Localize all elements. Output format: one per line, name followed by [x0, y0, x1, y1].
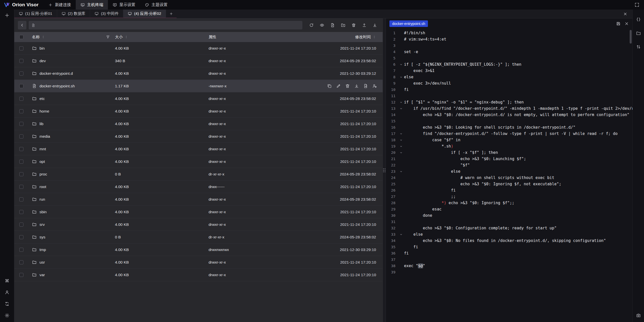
fold-toggle-icon[interactable] [398, 150, 404, 156]
delete-button[interactable] [345, 84, 350, 88]
fold-spacer [398, 93, 404, 99]
folder-plus-button[interactable] [339, 21, 347, 29]
file-row[interactable]: home4.00 KBdrwxr-xr-x2021-11-24 17:20:10 [14, 105, 383, 118]
code-editor[interactable]: 1#!/bin/sh2# vim:sw=4:ts=4:et34set -e56i… [386, 29, 632, 322]
fold-toggle-icon[interactable] [398, 231, 404, 238]
command-icon[interactable] [5, 278, 10, 283]
editor-scrollbar[interactable] [630, 30, 632, 320]
row-checkbox[interactable] [19, 273, 23, 277]
row-checkbox[interactable] [19, 172, 23, 176]
sync-icon[interactable] [5, 301, 10, 306]
row-check-cell [14, 210, 28, 214]
row-checkbox[interactable] [19, 223, 23, 227]
row-checkbox[interactable] [19, 185, 23, 189]
scrollbar-thumb[interactable] [630, 30, 632, 44]
file-row[interactable]: bin4.00 KBdrwxr-xr-x2021-11-24 17:20:10 [14, 42, 383, 55]
row-checkbox[interactable] [19, 235, 23, 239]
braces-icon[interactable] [636, 17, 641, 22]
file-row[interactable]: docker-entrypoint.d4.00 KBdrwxr-xr-x2021… [14, 67, 383, 80]
terminal-tab-4[interactable]: (4) 应用-分析02 [123, 10, 166, 18]
nav-item-4[interactable]: 主题设置 [140, 0, 172, 10]
download-button[interactable] [354, 84, 359, 88]
fullscreen-icon[interactable] [634, 2, 639, 7]
panel-splitter[interactable] [383, 18, 386, 322]
row-checkbox[interactable] [19, 122, 23, 126]
camera-icon[interactable] [636, 313, 641, 318]
file-row[interactable]: tmp4.00 KBdrwxrwxrwx2021-12-30 03:29:10 [14, 243, 383, 256]
file-row[interactable]: docker-entrypoint.sh1.17 KB-rwxrwxr-x [14, 80, 383, 92]
row-checkbox[interactable] [19, 134, 23, 138]
file-row[interactable]: opt4.00 KBdrwxr-xr-x2021-11-24 17:20:10 [14, 155, 383, 168]
file-row[interactable]: media4.00 KBdrwxr-xr-x2021-11-24 17:20:1… [14, 130, 383, 143]
column-header-name[interactable]: 名称 [28, 34, 114, 40]
column-header-mtime[interactable]: 修改时间 [323, 34, 383, 40]
select-all-checkbox[interactable] [19, 35, 23, 39]
row-check-cell [14, 134, 28, 138]
eye-button[interactable] [318, 21, 326, 29]
fold-toggle-icon[interactable] [398, 74, 404, 80]
swap-icon[interactable] [636, 44, 641, 49]
terminal-tab-1[interactable]: (1) 应用-分析01 [14, 10, 57, 18]
fold-spacer [398, 219, 404, 225]
add-tab-button[interactable] [166, 10, 177, 18]
permission-button[interactable] [372, 84, 377, 88]
file-row[interactable]: proc0 Bdr-xr-xr-x2024-05-28 23:58:02 [14, 168, 383, 181]
copy-button[interactable] [327, 84, 332, 88]
file-row[interactable]: etc4.00 KBdrwxr-xr-x2024-05-28 23:58:02 [14, 92, 383, 105]
row-checkbox[interactable] [19, 197, 23, 201]
row-checkbox[interactable] [19, 160, 23, 164]
file-row[interactable]: sys0 Bdr-xr-xr-x2024-05-28 23:58:02 [14, 231, 383, 243]
close-panel-button[interactable] [618, 10, 632, 18]
row-checkbox[interactable] [19, 71, 23, 76]
file-row[interactable]: root4.00 KBdrwx------2021-11-24 17:20:10 [14, 181, 383, 193]
save-icon[interactable] [616, 21, 621, 26]
fold-toggle-icon[interactable] [398, 137, 404, 143]
plus-icon[interactable] [4, 13, 10, 18]
fold-toggle-icon[interactable] [398, 131, 404, 137]
row-checkbox[interactable] [19, 109, 23, 113]
edit-button[interactable] [336, 84, 341, 88]
row-checkbox[interactable] [19, 59, 23, 63]
fold-toggle-icon[interactable] [398, 105, 404, 112]
close-editor-icon[interactable] [624, 21, 629, 26]
file-row[interactable]: dev340 Bdrwxr-xr-x2024-05-28 23:58:02 [14, 55, 383, 67]
file-row[interactable]: lib4.00 KBdrwxr-xr-x2021-11-24 17:20:10 [14, 118, 383, 130]
file-row[interactable]: run4.00 KBdrwxr-xr-x2024-05-28 23:58:02 [14, 193, 383, 206]
file-row[interactable]: sbin4.00 KBdrwxr-xr-x2021-11-24 17:20:10 [14, 206, 383, 218]
row-checkbox[interactable] [19, 260, 23, 264]
file-row[interactable]: usr4.00 KBdrwxr-xr-x2021-11-24 17:20:10 [14, 256, 383, 269]
file-row[interactable]: var4.00 KBdrwxr-xr-x2021-11-24 17:20:10 [14, 269, 383, 281]
row-checkbox[interactable] [19, 97, 23, 101]
refresh-button[interactable] [307, 21, 316, 29]
trash-button[interactable] [349, 21, 358, 29]
gear-icon[interactable] [5, 313, 10, 318]
file-row[interactable]: srv4.00 KBdrwxr-xr-x2021-11-24 17:20:10 [14, 218, 383, 231]
filter-icon[interactable] [106, 35, 110, 39]
fold-toggle-icon[interactable] [398, 168, 404, 175]
nav-item-3[interactable]: 显示设置 [108, 0, 140, 10]
column-header-size[interactable]: 大小 [114, 34, 208, 40]
nav-item-1[interactable]: 新建连接 [44, 0, 76, 10]
fold-toggle-icon[interactable] [398, 99, 404, 105]
row-checkbox[interactable] [19, 210, 23, 214]
folder-icon[interactable] [636, 31, 641, 36]
file-row[interactable]: mnt4.00 KBdrwxr-xr-x2021-11-24 17:20:10 [14, 143, 383, 155]
terminal-tab-2[interactable]: (2) 数据库 [57, 10, 90, 18]
back-button[interactable] [18, 21, 26, 29]
row-checkbox[interactable] [19, 46, 23, 50]
user-icon[interactable] [5, 290, 10, 295]
fold-toggle-icon[interactable] [398, 143, 404, 150]
path-input[interactable] [37, 23, 300, 27]
nav-item-2[interactable]: 主机终端 [76, 0, 108, 10]
file-plus-button[interactable] [328, 21, 337, 29]
download-button[interactable] [371, 21, 379, 29]
editor-file-tab[interactable]: docker-entrypoint.sh [389, 20, 428, 27]
row-checkbox[interactable] [19, 248, 23, 252]
copy-path-button[interactable] [363, 84, 368, 88]
upload-button[interactable] [360, 21, 369, 29]
terminal-tab-3[interactable]: (3) 中间件 [90, 10, 123, 18]
fold-toggle-icon[interactable] [398, 61, 404, 68]
row-checkbox[interactable] [19, 84, 23, 88]
chevron-left-icon [20, 23, 24, 27]
row-checkbox[interactable] [19, 147, 23, 151]
